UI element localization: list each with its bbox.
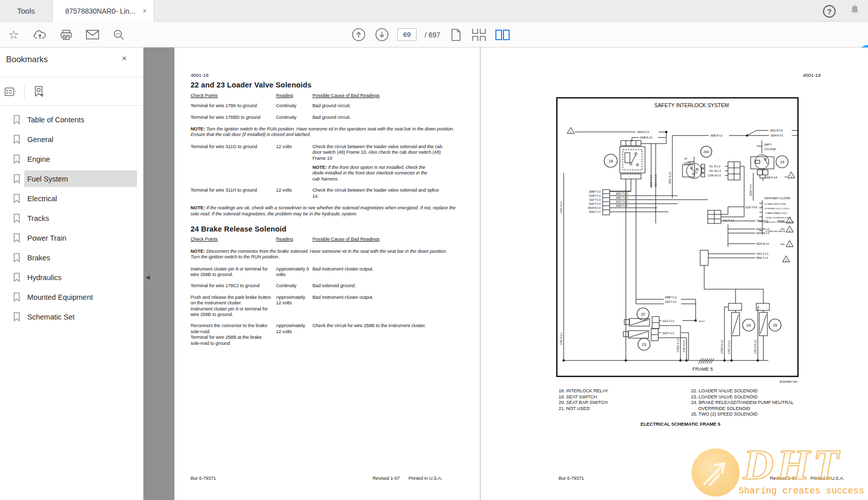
bookmark-icon xyxy=(13,174,21,186)
bookmark-label: Power Train xyxy=(24,230,137,246)
bookmark-settings-icon[interactable] xyxy=(31,84,47,100)
previous-page-icon[interactable] xyxy=(351,26,366,43)
table-row: Terminal for wire 178CJ to ground Contin… xyxy=(191,283,464,289)
table-row: Terminal for wire 311G to ground 12 volt… xyxy=(191,144,464,182)
legend-left-column: 18. INTERLOCK RELAY 19. SEAT SWITCH 20. … xyxy=(559,388,608,412)
bookmark-item-hydraulics[interactable]: Hydraulics xyxy=(0,267,143,287)
svg-text:NC- R-1.0: NC- R-1.0 xyxy=(709,165,720,168)
document-page-left: 4001-18 22 and 23 Loader Valve Solenoids… xyxy=(174,48,480,500)
note-paragraph: NOTE: Turn the ignition switch to the RU… xyxy=(191,126,464,138)
svg-text:1: 1 xyxy=(791,175,792,178)
svg-text:311F T-1.0: 311F T-1.0 xyxy=(589,198,601,201)
schematic-caption: ELECTRICAL SCHEMATIC FRAME 5 xyxy=(605,421,756,427)
bookmark-item-mounted-equipment[interactable]: Mounted Equipment xyxy=(0,287,143,307)
svg-text:2: 2 xyxy=(570,131,572,133)
tab-tools[interactable]: Tools xyxy=(0,0,52,22)
favorite-star-icon[interactable]: ☆ xyxy=(6,26,21,43)
close-panel-icon[interactable]: × xyxy=(122,54,127,64)
bookmark-label: Hydraulics xyxy=(24,269,137,286)
svg-text:569A T-1.0: 569A T-1.0 xyxy=(756,256,768,259)
svg-text:UP: UP xyxy=(684,158,687,160)
svg-text:1: 1 xyxy=(789,244,791,247)
section-title: 22 and 23 Loader Valve Solenoids xyxy=(191,82,464,88)
svg-text:341C T-1.0: 341C T-1.0 xyxy=(756,252,768,255)
bookmark-options-icon[interactable] xyxy=(3,85,18,99)
page-number-right: 4001-19 xyxy=(803,72,820,78)
close-tab-icon[interactable]: × xyxy=(141,6,149,16)
bookmark-label: Tracks xyxy=(24,210,137,226)
svg-text:323A T-0.5: 323A T-0.5 xyxy=(749,185,752,196)
bookmark-label: Electrical xyxy=(24,190,137,207)
schematic-code: BCD6N867-05A xyxy=(780,380,797,383)
divider xyxy=(0,77,143,77)
svg-text:602A W-1.0: 602A W-1.0 xyxy=(756,242,769,245)
scrolling-view-icon[interactable] xyxy=(472,26,487,43)
bookmark-item-brakes[interactable]: Brakes xyxy=(0,248,143,267)
bookmark-icon xyxy=(13,115,21,126)
bookmark-item-schematic-set[interactable]: Schematic Set xyxy=(0,307,143,327)
document-page-right: 4001-19 xyxy=(481,48,868,500)
bookmark-label: Brakes xyxy=(24,249,137,266)
svg-text:602D W-1.0: 602D W-1.0 xyxy=(756,232,769,235)
svg-text:303D T-0.5: 303D T-0.5 xyxy=(616,204,628,207)
table-row: Instrument cluster pin 8 or terminal for… xyxy=(191,266,464,278)
email-icon[interactable] xyxy=(85,26,100,43)
svg-text:DOWN: DOWN xyxy=(684,162,691,165)
page-number-input[interactable] xyxy=(397,28,417,41)
svg-text:258B T-1.0: 258B T-1.0 xyxy=(589,190,601,193)
help-icon[interactable]: ? xyxy=(823,5,836,18)
bookmark-item-power-train[interactable]: Power Train xyxy=(0,228,143,248)
bookmarks-title: Bookmarks xyxy=(6,55,48,64)
safety-interlock-schematic: SAFETY INTERLOCK SYSTEM FRAME 5 BCD6N867… xyxy=(556,97,799,385)
tab-document[interactable]: 87578830NAR0- Lin... × xyxy=(52,0,154,22)
bookmark-icon xyxy=(13,253,21,264)
bookmark-item-electrical[interactable]: Electrical xyxy=(0,189,143,208)
bookmark-item-engine[interactable]: Engine xyxy=(0,149,143,169)
bookmarks-panel: Bookmarks × Table of Contents General xyxy=(0,48,143,500)
bookmark-label: Table of Contents xyxy=(24,111,137,128)
svg-text:NO- W-1.0: NO- W-1.0 xyxy=(709,169,721,172)
svg-text:14 INTERLOCK V+ (OUT): 14 INTERLOCK V+ (OUT) xyxy=(764,207,790,210)
collapse-panel-icon[interactable]: ◀ xyxy=(146,274,150,281)
section-title: 24 Brake Release Solenoid xyxy=(191,226,464,232)
bookmark-item-table-of-contents[interactable]: Table of Contents xyxy=(0,110,143,129)
bookmark-item-fuel-system[interactable]: Fuel System xyxy=(0,169,143,189)
svg-text:178BD B-1.0: 178BD B-1.0 xyxy=(720,340,723,354)
bookmark-item-tracks[interactable]: Tracks xyxy=(0,208,143,228)
svg-text:259C T-0.5: 259C T-0.5 xyxy=(616,196,628,199)
table-row: Push and release the park brake button o… xyxy=(191,295,464,318)
svg-text:23: 23 xyxy=(642,342,647,347)
table-row: Terminal for wire 178BD to ground Contin… xyxy=(191,115,464,120)
legend-right-column: 22. LOADER VALVE SOLENOID 23. LOADER VAL… xyxy=(691,388,821,418)
bookmark-icon xyxy=(13,233,21,245)
svg-text:602G W-1.0: 602G W-1.0 xyxy=(756,228,769,231)
footer-doc-id: Bur 6-79371 xyxy=(559,476,584,481)
svg-text:178E B-1.0: 178E B-1.0 xyxy=(560,333,563,345)
bookmark-icon xyxy=(13,213,21,225)
notifications-bell-icon[interactable] xyxy=(849,4,861,18)
bookmark-label: Fuel System xyxy=(24,170,137,187)
bookmark-icon xyxy=(13,292,21,304)
svg-text:178CH B-1.0: 178CH B-1.0 xyxy=(754,340,757,354)
panel-gutter: ◀ xyxy=(143,48,174,500)
single-page-view-icon[interactable] xyxy=(448,26,464,43)
cloud-upload-icon[interactable] xyxy=(32,26,48,43)
bookmark-item-general[interactable]: General xyxy=(0,129,143,149)
divider xyxy=(24,85,25,99)
svg-text:311J T-1.0: 311J T-1.0 xyxy=(723,219,734,222)
svg-text:8 PARK BRAKE (OUT): 8 PARK BRAKE (OUT) xyxy=(765,212,788,214)
svg-text:SPL14: SPL14 xyxy=(699,320,705,323)
table-header: Check Points Reading Possible Cause of B… xyxy=(191,93,464,99)
svg-text:24: 24 xyxy=(747,323,751,328)
svg-text:319A T-1.0: 319A T-1.0 xyxy=(589,210,601,213)
print-icon[interactable] xyxy=(59,26,74,43)
two-page-view-icon[interactable] xyxy=(495,26,510,43)
footer-printed: Printed in U.S.A. xyxy=(810,476,844,481)
svg-text:303D T-1.0: 303D T-1.0 xyxy=(650,175,653,187)
footer-revised: Revised 1-07 xyxy=(373,476,400,481)
svg-text:300A R-2.0: 300A R-2.0 xyxy=(637,130,649,133)
search-icon[interactable] xyxy=(111,26,126,43)
next-page-icon[interactable] xyxy=(374,26,389,43)
legend-item: 19. SEAT SWITCH xyxy=(559,394,608,400)
svg-text:311B T-1.0: 311B T-1.0 xyxy=(589,194,601,197)
